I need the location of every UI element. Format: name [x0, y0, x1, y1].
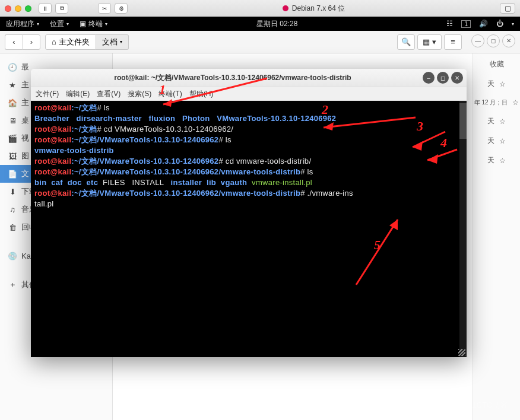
- terminal-menubar: 文件(F) 编辑(E) 查看(V) 搜索(S) 终端(T) 帮助(H): [31, 87, 467, 101]
- view-switch[interactable]: ▦ ▾: [417, 34, 442, 50]
- star-icon[interactable]: ☆: [499, 157, 506, 165]
- picture-icon: 🖼: [8, 152, 17, 161]
- menu-file[interactable]: 文件(F): [36, 89, 59, 99]
- bookmark-header: 收藏: [490, 59, 504, 69]
- right-info-column: 收藏 天☆ 年 12 月；日☆ 天☆ 天☆ 天☆: [473, 53, 520, 420]
- crumb-docs[interactable]: 文档 ▾: [96, 34, 129, 50]
- menu-terminal[interactable]: 终端(T): [158, 89, 182, 99]
- menu-edit[interactable]: 编辑(E): [66, 89, 90, 99]
- star-icon[interactable]: ☆: [499, 117, 506, 126]
- menu-help[interactable]: 帮助(H): [189, 89, 214, 99]
- menu-applications[interactable]: 应用程序▾: [6, 19, 39, 29]
- video-icon: 🎬: [8, 134, 17, 143]
- mac-tool-group-2: ✂ ⚙: [98, 3, 128, 14]
- watermark: ©51CTO博客: [462, 400, 508, 411]
- breadcrumb: ⌂主文件夹 文档 ▾: [45, 34, 129, 50]
- close-icon[interactable]: [5, 5, 11, 12]
- terminal-title: root@kail: ~/文档/VMwareTools-10.3.10-1240…: [43, 73, 423, 83]
- download-icon: ⬇: [8, 187, 17, 196]
- hamburger-button[interactable]: ≡: [444, 34, 462, 50]
- terminal-scrollbar[interactable]: [459, 101, 467, 357]
- menu-view[interactable]: 查看(V): [97, 89, 121, 99]
- menu-search[interactable]: 搜索(S): [128, 89, 151, 99]
- volume-icon[interactable]: 🔊: [479, 20, 488, 28]
- mac-fullscreen-button[interactable]: ▢: [500, 3, 515, 14]
- mac-btn-1[interactable]: ⏸: [39, 3, 52, 14]
- terminal-body[interactable]: root@kail:~/文档# ls Breacher dirsearch-ma…: [31, 101, 467, 357]
- terminal-icon: ▣: [80, 20, 86, 28]
- traffic-lights: [5, 5, 31, 12]
- mac-btn-2[interactable]: ⧉: [55, 3, 68, 14]
- terminal-titlebar[interactable]: root@kail: ~/文档/VMwareTools-10.3.10-1240…: [31, 69, 467, 87]
- term-maximize-button[interactable]: ◻: [437, 72, 449, 84]
- debian-icon: [283, 5, 288, 11]
- mac-title: Debian 7.x 64 位: [128, 4, 500, 14]
- plus-icon: ＋: [8, 279, 17, 290]
- back-button[interactable]: ‹: [5, 34, 23, 50]
- network-icon[interactable]: ☷: [446, 20, 453, 28]
- window-minimize[interactable]: —: [471, 34, 484, 47]
- star-icon[interactable]: ☆: [499, 137, 506, 145]
- terminal-window: root@kail: ~/文档/VMwareTools-10.3.10-1240…: [31, 69, 467, 357]
- search-button[interactable]: 🔍: [397, 34, 415, 50]
- filemanager-headerbar: ‹ › ⌂主文件夹 文档 ▾ 🔍 ▦ ▾ ≡ — ◻ ✕: [0, 31, 520, 53]
- star-icon[interactable]: ☆: [499, 80, 506, 88]
- star-icon[interactable]: ☆: [512, 98, 519, 107]
- doc-icon: 📄: [8, 170, 17, 179]
- power-icon[interactable]: ⏻: [496, 20, 503, 28]
- mac-titlebar: ⏸ ⧉ ✂ ⚙ Debian 7.x 64 位 ▢: [0, 0, 520, 17]
- mac-btn-3[interactable]: ✂: [98, 3, 111, 14]
- workspace-badge[interactable]: 1: [461, 20, 471, 28]
- clock[interactable]: 星期日 02:28: [107, 19, 446, 29]
- nav-buttons: ‹ ›: [5, 34, 40, 50]
- vm-title: Debian 7.x 64 位: [292, 4, 345, 14]
- zoom-icon[interactable]: [25, 5, 31, 12]
- forward-button[interactable]: ›: [23, 34, 40, 50]
- home-icon: 🏠: [8, 98, 17, 107]
- clock-icon: 🕘: [8, 63, 17, 72]
- menu-places[interactable]: 位置▾: [50, 19, 69, 29]
- resize-handle[interactable]: [458, 349, 465, 356]
- window-close[interactable]: ✕: [502, 34, 515, 47]
- window-maximize[interactable]: ◻: [487, 34, 500, 47]
- star-icon: ★: [8, 81, 17, 90]
- minimize-icon[interactable]: [15, 5, 21, 12]
- disc-icon: 💿: [8, 252, 17, 260]
- music-icon: ♫: [8, 205, 17, 214]
- trash-icon: 🗑: [8, 223, 17, 232]
- mac-btn-4[interactable]: ⚙: [115, 3, 128, 14]
- gnome-top-bar: 应用程序▾ 位置▾ ▣终端▾ 星期日 02:28 ☷ 1 🔊 ⏻ ▾: [0, 17, 520, 31]
- desktop-icon: 🖥: [8, 116, 17, 125]
- crumb-home[interactable]: ⌂主文件夹: [45, 34, 96, 50]
- mac-tool-group-left: ⏸ ⧉: [39, 3, 68, 14]
- term-minimize-button[interactable]: –: [423, 72, 435, 84]
- home-icon: ⌂: [52, 37, 56, 46]
- term-close-button[interactable]: ✕: [451, 72, 463, 84]
- menu-terminal[interactable]: ▣终端▾: [80, 19, 107, 29]
